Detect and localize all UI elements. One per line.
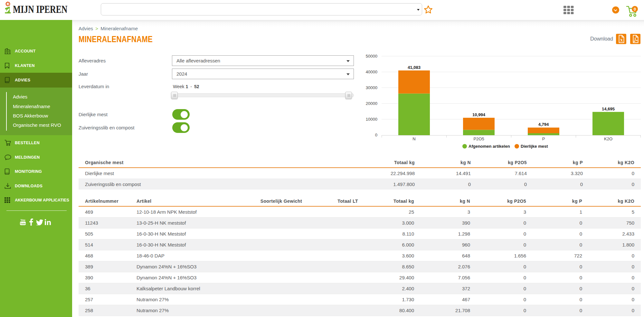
svg-text:30000: 30000 xyxy=(366,85,377,90)
svg-text:Dierlijke mest: Dierlijke mest xyxy=(521,144,548,149)
svg-text:K2O: K2O xyxy=(604,136,612,141)
svg-text:Afgenomen artikelen: Afgenomen artikelen xyxy=(469,144,510,149)
svg-text:10,994: 10,994 xyxy=(472,112,486,117)
svg-text:N: N xyxy=(412,136,415,141)
svg-text:X: X xyxy=(620,38,623,42)
svg-text:Tube: Tube xyxy=(20,222,25,225)
svg-text:You: You xyxy=(21,219,25,222)
svg-text:0: 0 xyxy=(634,7,636,12)
svg-text:14,695: 14,695 xyxy=(602,107,615,111)
svg-text:0: 0 xyxy=(375,133,377,137)
svg-text:P2O5: P2O5 xyxy=(473,136,484,141)
svg-text:41,083: 41,083 xyxy=(408,65,421,70)
svg-text:50000: 50000 xyxy=(366,54,377,59)
svg-text:P: P xyxy=(542,136,545,141)
svg-text:40000: 40000 xyxy=(366,70,377,74)
svg-text:10000: 10000 xyxy=(366,117,377,122)
svg-text:4,794: 4,794 xyxy=(538,122,549,127)
svg-text:20000: 20000 xyxy=(366,101,377,106)
